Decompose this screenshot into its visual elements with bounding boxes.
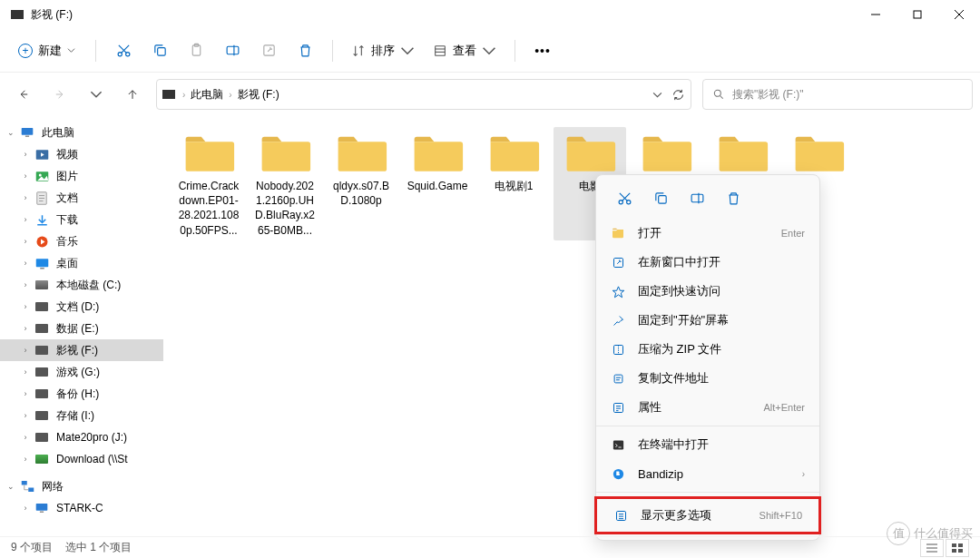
expand-icon[interactable]: › <box>20 324 31 333</box>
ctx-label: 显示更多选项 <box>641 507 711 524</box>
expand-icon[interactable]: › <box>20 504 31 513</box>
minimize-button[interactable] <box>855 0 897 29</box>
sidebar-item[interactable]: › 影视 (F:) <box>0 339 163 361</box>
close-button[interactable] <box>938 0 980 29</box>
sidebar-label: Mate20pro (J:) <box>56 431 127 444</box>
share-button[interactable] <box>252 34 285 67</box>
sidebar-network[interactable]: ⌄ 网络 <box>0 475 163 497</box>
paste-button[interactable] <box>180 34 212 67</box>
folder-item[interactable]: Nobody.2021.2160p.UHD.BluRay.x265-B0MB..… <box>249 127 321 240</box>
sidebar-item[interactable]: › 数据 (E:) <box>0 318 163 339</box>
expand-icon[interactable]: ⌄ <box>5 128 16 137</box>
refresh-icon[interactable] <box>671 88 685 102</box>
chevron-down-icon[interactable] <box>652 90 662 100</box>
folder-item[interactable]: Squid.Game <box>401 127 474 240</box>
folder-item[interactable]: qldyx.s07.BD.1080p <box>325 127 397 240</box>
forward-button[interactable] <box>44 78 76 111</box>
sidebar-network-child[interactable]: › STARK-C <box>0 497 163 519</box>
sidebar-item[interactable]: › 本地磁盘 (C:) <box>0 274 163 296</box>
search-input[interactable]: 搜索"影视 (F:)" <box>702 79 973 110</box>
expand-icon[interactable]: › <box>20 215 31 224</box>
sidebar: ⌄ 此电脑 › 视频 › 图片 › 文档 › 下载 › 音乐 <box>0 116 163 536</box>
ctx-show-more[interactable]: 显示更多选项 Shift+F10 <box>599 501 817 530</box>
sidebar-item[interactable]: › Download (\\St <box>0 448 163 470</box>
sidebar-label: 数据 (E:) <box>56 321 99 337</box>
expand-icon[interactable]: › <box>20 433 31 442</box>
expand-icon[interactable]: › <box>20 150 31 159</box>
sidebar-item[interactable]: › 存储 (I:) <box>0 405 163 426</box>
expand-icon[interactable]: › <box>20 389 31 398</box>
new-button[interactable]: + 新建 <box>9 39 84 63</box>
expand-icon[interactable]: › <box>20 237 31 246</box>
ctx-zip[interactable]: 压缩为 ZIP 文件 <box>596 335 819 364</box>
sidebar-item[interactable]: › 文档 <box>0 187 163 209</box>
sidebar-item[interactable]: › 视频 <box>0 143 163 165</box>
sidebar-item[interactable]: › 游戏 (G:) <box>0 361 163 383</box>
back-button[interactable] <box>7 78 40 111</box>
sidebar-item[interactable]: › 备份 (H:) <box>0 383 163 405</box>
watermark-icon: 值 <box>887 522 910 545</box>
sidebar-item[interactable]: › 桌面 <box>0 252 163 274</box>
ctx-pin-start[interactable]: 固定到"开始"屏幕 <box>596 306 819 335</box>
more-button[interactable]: ••• <box>526 34 559 67</box>
expand-icon[interactable]: › <box>20 302 31 311</box>
ctx-pin-quick[interactable]: 固定到快速访问 <box>596 277 819 306</box>
expand-icon[interactable]: › <box>20 259 31 268</box>
sidebar-item[interactable]: › 图片 <box>0 165 163 187</box>
expand-icon[interactable]: › <box>20 171 31 181</box>
ctx-new-window[interactable]: 在新窗口中打开 <box>596 248 819 277</box>
expand-icon[interactable]: › <box>20 367 31 377</box>
sidebar-item[interactable]: › 音乐 <box>0 230 163 252</box>
ctx-shortcut: Shift+F10 <box>760 510 802 521</box>
expand-icon[interactable]: › <box>20 455 31 464</box>
sidebar-label: 游戏 (G:) <box>56 365 100 380</box>
rename-button[interactable] <box>216 34 249 67</box>
delete-button[interactable] <box>289 34 321 67</box>
svg-line-55 <box>613 321 617 325</box>
breadcrumb-seg[interactable]: 影视 (F:) <box>238 87 279 103</box>
up-button[interactable] <box>116 78 149 111</box>
ctx-copy-button[interactable] <box>645 184 676 211</box>
item-icon <box>34 408 49 423</box>
sidebar-label: 文档 (D:) <box>56 299 99 315</box>
expand-icon[interactable]: › <box>20 346 31 355</box>
sidebar-label: 图片 <box>56 169 78 184</box>
search-placeholder: 搜索"影视 (F:)" <box>732 87 804 103</box>
breadcrumb-seg[interactable]: 此电脑 <box>191 87 223 103</box>
svg-rect-16 <box>436 45 446 55</box>
ctx-properties[interactable]: 属性 Alt+Enter <box>596 393 819 422</box>
sidebar-label: 影视 (F:) <box>56 343 98 358</box>
item-icon <box>34 191 49 205</box>
sidebar-label: 下载 <box>56 212 78 228</box>
address-bar[interactable]: › 此电脑 › 影视 (F:) <box>156 79 691 110</box>
cut-button[interactable] <box>107 34 140 67</box>
svg-rect-39 <box>40 268 44 269</box>
ctx-bandizip[interactable]: Bandizip › <box>596 459 819 488</box>
view-button[interactable]: 查看 <box>426 39 504 63</box>
sidebar-item[interactable]: › 文档 (D:) <box>0 296 163 318</box>
copy-button[interactable] <box>143 34 176 67</box>
ctx-copy-path[interactable]: 复制文件地址 <box>596 364 819 393</box>
ctx-terminal[interactable]: 在终端中打开 <box>596 430 819 459</box>
separator <box>514 40 515 62</box>
recent-button[interactable] <box>80 78 113 111</box>
sidebar-item[interactable]: › 下载 <box>0 209 163 230</box>
open-icon <box>611 226 625 240</box>
maximize-button[interactable] <box>897 0 938 29</box>
expand-icon[interactable]: › <box>20 193 31 202</box>
ctx-open[interactable]: 打开 Enter <box>596 219 819 248</box>
sidebar-this-pc[interactable]: ⌄ 此电脑 <box>0 122 163 143</box>
sort-button[interactable]: 排序 <box>344 39 422 63</box>
ctx-delete-button[interactable] <box>718 184 749 211</box>
folder-content[interactable]: Crime.Crackdown.EP01-28.2021.1080p.50FPS… <box>163 116 980 536</box>
expand-icon[interactable]: › <box>20 411 31 420</box>
sidebar-item[interactable]: › Mate20pro (J:) <box>0 426 163 448</box>
folder-icon <box>564 131 616 177</box>
folder-item[interactable]: Crime.Crackdown.EP01-28.2021.1080p.50FPS… <box>172 127 245 240</box>
expand-icon[interactable]: › <box>20 280 31 289</box>
expand-icon[interactable]: ⌄ <box>5 482 16 491</box>
ctx-rename-button[interactable] <box>681 184 712 211</box>
svg-rect-24 <box>22 128 34 135</box>
folder-item[interactable]: 电视剧1 <box>477 127 550 240</box>
ctx-cut-button[interactable] <box>609 184 640 211</box>
